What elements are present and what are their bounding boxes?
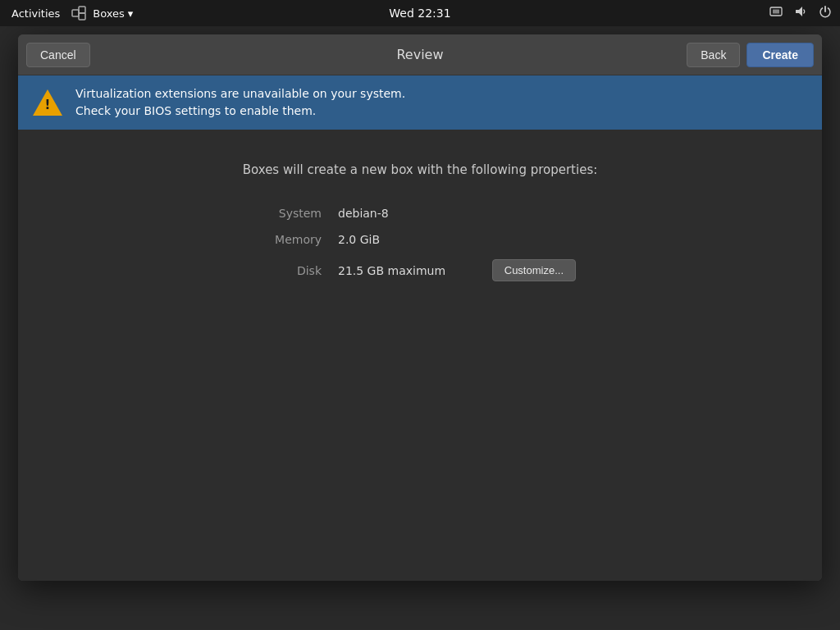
topbar: Activities Boxes ▾ Wed 22:31 xyxy=(0,0,840,26)
dialog: Cancel Review Back Create ! Virtualizati… xyxy=(18,34,822,581)
dialog-title: Review xyxy=(396,47,443,62)
warning-icon: ! xyxy=(31,86,64,119)
disk-row: Disk 21.5 GB maximum Customize... xyxy=(264,259,576,281)
description-text: Boxes will create a new box with the fol… xyxy=(243,162,598,177)
app-name-label: Boxes xyxy=(93,7,125,20)
create-button[interactable]: Create xyxy=(746,43,814,67)
customize-button[interactable]: Customize... xyxy=(492,259,576,281)
disk-value: 21.5 GB maximum xyxy=(338,264,482,277)
sound-icon[interactable] xyxy=(792,3,809,23)
header-buttons-left: Cancel xyxy=(26,43,90,67)
disk-row-content: 21.5 GB maximum Customize... xyxy=(338,259,576,281)
svg-rect-1 xyxy=(79,7,85,13)
warning-line2: Check your BIOS settings to enable them. xyxy=(75,103,405,120)
app-menu-button[interactable]: Boxes ▾ xyxy=(93,7,133,20)
cancel-button[interactable]: Cancel xyxy=(26,43,90,67)
dialog-header: Cancel Review Back Create xyxy=(18,34,822,75)
system-row: System debian-8 xyxy=(264,207,576,220)
system-label: System xyxy=(264,207,322,220)
back-button[interactable]: Back xyxy=(687,43,740,67)
warning-text: Virtualization extensions are unavailabl… xyxy=(75,85,405,120)
app-menu-arrow: ▾ xyxy=(128,7,134,20)
header-buttons-right: Back Create xyxy=(687,43,814,67)
topbar-right xyxy=(768,3,833,23)
memory-value: 2.0 GiB xyxy=(338,233,576,246)
svg-marker-5 xyxy=(796,7,802,16)
memory-label: Memory xyxy=(264,233,322,246)
dialog-overlay: Cancel Review Back Create ! Virtualizati… xyxy=(0,26,840,630)
app-icon xyxy=(71,6,86,21)
svg-rect-2 xyxy=(79,13,85,20)
disk-label: Disk xyxy=(264,264,322,277)
topbar-clock: Wed 22:31 xyxy=(389,7,450,20)
svg-rect-0 xyxy=(72,10,79,16)
screen-record-icon[interactable] xyxy=(768,3,784,23)
system-value: debian-8 xyxy=(338,207,576,220)
power-icon[interactable] xyxy=(817,3,833,23)
warning-banner: ! Virtualization extensions are unavaila… xyxy=(18,75,822,130)
properties-table: System debian-8 Memory 2.0 GiB Disk 21.5… xyxy=(264,207,576,281)
dialog-body: Boxes will create a new box with the fol… xyxy=(18,130,822,581)
warning-line1: Virtualization extensions are unavailabl… xyxy=(75,85,405,103)
svg-rect-4 xyxy=(773,10,779,14)
topbar-left: Activities Boxes ▾ xyxy=(7,6,133,21)
memory-row: Memory 2.0 GiB xyxy=(264,233,576,246)
activities-button[interactable]: Activities xyxy=(7,6,65,21)
